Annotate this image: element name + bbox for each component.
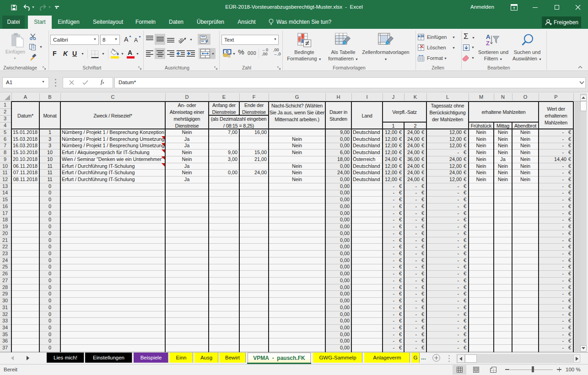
svg-text:A: A xyxy=(486,34,491,40)
svg-text:Z: Z xyxy=(486,40,490,47)
